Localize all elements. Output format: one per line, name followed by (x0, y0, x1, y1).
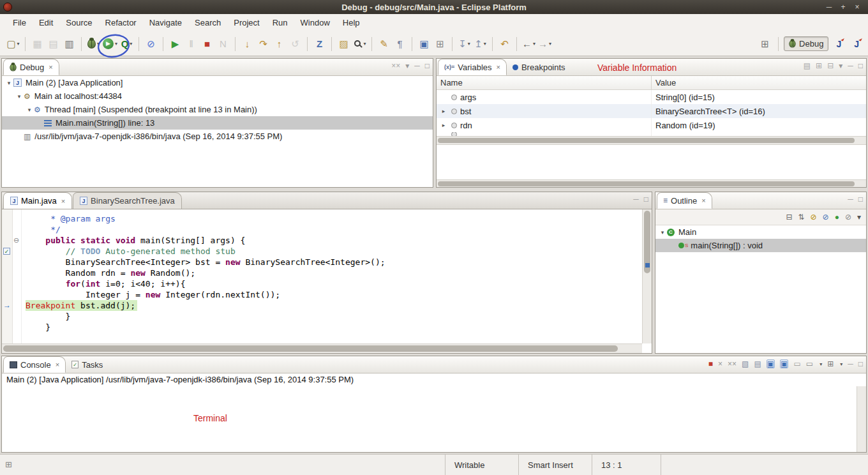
tab-breakpoints[interactable]: Breakpoints (507, 59, 571, 75)
vertical-scrollbar[interactable] (642, 209, 652, 343)
minimize-view-icon[interactable]: ─ (848, 195, 853, 203)
scroll-lock-icon[interactable]: ▤ (754, 360, 761, 368)
column-value[interactable]: Value (652, 76, 680, 89)
tab-tasks[interactable]: ✓Tasks (66, 356, 108, 373)
open-console-icon[interactable]: ⊞ (827, 360, 834, 368)
step-return-icon[interactable]: ↑ (271, 36, 287, 52)
step-into-icon[interactable]: ↓ (239, 36, 255, 52)
vertical-scrollbar[interactable] (857, 386, 866, 452)
menu-project[interactable]: Project (227, 14, 266, 32)
console-view-icon[interactable]: ▣ (416, 36, 432, 52)
editor-folding-bar[interactable]: ⊖ (13, 209, 22, 343)
menu-window[interactable]: Window (294, 14, 336, 32)
open-element-icon[interactable]: ▨ (336, 36, 352, 52)
horizontal-scrollbar[interactable] (2, 343, 642, 353)
editor-presentation-icon[interactable]: ⊞ (757, 36, 773, 52)
resume-icon[interactable]: ▶ (167, 36, 183, 52)
tab-outline[interactable]: ≡ Outline × (657, 192, 712, 209)
collapse-all-icon[interactable]: ⊟ (786, 213, 792, 221)
new-view-icon[interactable]: ⊞ (432, 36, 448, 52)
remove-all-launches-icon[interactable]: ×× (728, 360, 737, 368)
back-icon[interactable]: ←▾ (521, 36, 537, 52)
external-tools-icon[interactable]: Q▾ (119, 36, 135, 52)
minimize-window-button[interactable]: ─ (822, 0, 836, 14)
maximize-view-icon[interactable]: □ (858, 62, 863, 70)
close-icon[interactable]: × (701, 197, 705, 204)
next-annotation-icon[interactable]: ↧▾ (456, 36, 472, 52)
maximize-view-icon[interactable]: □ (858, 195, 863, 203)
java-browsing-perspective-button[interactable]: J (849, 36, 864, 52)
sort-icon[interactable]: ⇅ (798, 213, 804, 221)
last-edit-location-icon[interactable]: ↶ (497, 36, 513, 52)
debug-tree-item[interactable]: ▾JMain (2) [Java Application] (2, 76, 433, 89)
table-row[interactable]: ▸bstBinarySearchTree<T> (id=16) (437, 104, 866, 118)
maximize-view-icon[interactable]: □ (644, 195, 648, 203)
debug-icon[interactable]: ▾ (86, 36, 101, 52)
editor-marker-bar[interactable]: ✓→ (2, 209, 13, 343)
hide-local-types-icon[interactable]: ⊘ (845, 213, 851, 221)
tab-binarysearchtree-java[interactable]: JBinarySearchTree.java (73, 192, 182, 209)
debug-tree-item[interactable]: ▾⚙Thread [main] (Suspended (breakpoint a… (2, 103, 433, 116)
debug-perspective-button[interactable]: Debug (784, 36, 828, 51)
outline-item[interactable]: Smain(String[]) : void (655, 239, 866, 252)
close-icon[interactable]: × (61, 197, 65, 205)
collapse-all-icon[interactable]: ⊟ (827, 62, 834, 70)
fast-view-icon[interactable]: ⊞ (5, 460, 12, 469)
menu-source[interactable]: Source (59, 14, 98, 32)
tab-main-java[interactable]: JMain.java× (3, 192, 72, 209)
prev-annotation-icon[interactable]: ↥▾ (472, 36, 488, 52)
remove-launch-icon[interactable]: × (718, 360, 722, 368)
tab-debug[interactable]: Debug × (3, 59, 59, 75)
menu-edit[interactable]: Edit (33, 14, 59, 32)
view-menu-icon[interactable]: ▾ (839, 62, 842, 70)
pin-console-icon[interactable]: ▭ (793, 360, 800, 368)
horizontal-scrollbar[interactable] (437, 136, 866, 145)
maximize-window-button[interactable]: + (836, 0, 850, 14)
menu-navigate[interactable]: Navigate (143, 14, 188, 32)
menu-refactor[interactable]: Refactor (99, 14, 143, 32)
maximize-view-icon[interactable]: □ (858, 360, 863, 368)
close-window-button[interactable]: × (850, 0, 864, 14)
menu-help[interactable]: Help (336, 14, 366, 32)
minimize-view-icon[interactable]: ─ (414, 62, 420, 70)
code-editor[interactable]: * @param args */ public static void main… (22, 209, 642, 343)
hide-static-members-icon[interactable]: ⊘ (823, 213, 829, 221)
show-type-names-icon[interactable]: ▤ (804, 62, 811, 70)
search-icon[interactable]: ▾ (352, 36, 368, 52)
minimize-view-icon[interactable]: ─ (848, 360, 853, 368)
hide-fields-icon[interactable]: ⊘ (811, 213, 817, 221)
show-logical-structure-icon[interactable]: ⊞ (816, 62, 822, 70)
close-icon[interactable]: × (56, 361, 59, 368)
show-stdout-icon[interactable]: ▣ (767, 359, 775, 368)
debug-tree-item[interactable]: Main.main(String[]) line: 13 (2, 116, 433, 130)
debug-tree-item[interactable]: ▾⚙Main at localhost:44384 (2, 89, 433, 103)
close-icon[interactable]: × (49, 63, 52, 71)
console-output[interactable]: Terminal (2, 386, 857, 452)
skip-all-breakpoints-icon[interactable]: ⊘ (143, 36, 159, 52)
tab-variables[interactable]: (x)=Variables× (438, 59, 507, 75)
horizontal-scrollbar[interactable] (437, 179, 866, 187)
java-perspective-button[interactable]: J (831, 36, 846, 52)
maximize-view-icon[interactable]: □ (425, 62, 430, 70)
outline-item[interactable]: ▾CMain (655, 225, 866, 239)
terminate-console-icon[interactable]: ■ (708, 360, 713, 368)
minimize-view-icon[interactable]: ─ (848, 62, 853, 70)
column-name[interactable]: Name (437, 76, 652, 89)
fold-collapse-icon[interactable]: ⊖ (13, 237, 19, 244)
show-stderr-icon[interactable]: ▣ (780, 359, 788, 368)
minimize-view-icon[interactable]: ─ (633, 195, 639, 203)
step-over-icon[interactable]: ↷ (255, 36, 271, 52)
debug-tree-item[interactable]: ▥/usr/lib/jvm/java-7-openjdk-i386/bin/ja… (2, 130, 433, 143)
view-menu-icon[interactable]: ▾ (857, 213, 861, 221)
clear-console-icon[interactable]: ▧ (742, 360, 749, 368)
hide-non-public-icon[interactable]: ● (835, 213, 839, 221)
close-icon[interactable]: × (497, 63, 500, 71)
menu-search[interactable]: Search (188, 14, 227, 32)
terminate-icon[interactable]: ■ (199, 36, 215, 52)
use-step-filters-icon[interactable]: Z (311, 36, 327, 52)
forward-icon[interactable]: →▾ (537, 36, 553, 52)
menu-file[interactable]: File (6, 14, 33, 32)
menu-run[interactable]: Run (266, 14, 294, 32)
show-whitespace-icon[interactable]: ¶ (392, 36, 408, 52)
display-console-icon[interactable]: ▭ (806, 360, 813, 368)
